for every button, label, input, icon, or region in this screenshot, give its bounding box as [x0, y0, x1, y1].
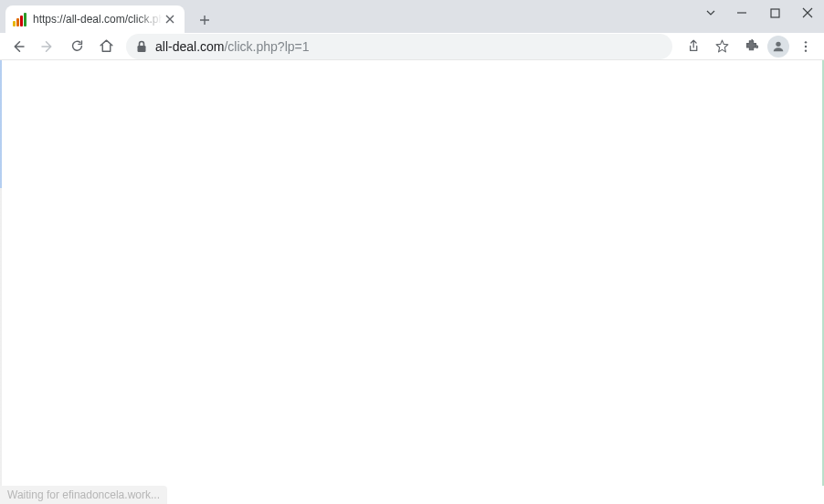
status-bar: Waiting for efinadoncela.work...: [0, 486, 167, 504]
home-button[interactable]: [93, 34, 119, 59]
menu-button[interactable]: [793, 34, 819, 59]
minimize-button[interactable]: [725, 0, 758, 26]
tab-close-button[interactable]: [163, 12, 177, 26]
svg-point-2: [776, 41, 780, 46]
share-button[interactable]: [680, 34, 705, 59]
svg-rect-1: [138, 46, 146, 52]
status-text: Waiting for efinadoncela.work...: [7, 488, 160, 501]
svg-point-5: [805, 49, 807, 51]
share-icon: [685, 38, 701, 54]
kebab-icon: [798, 39, 813, 54]
url-host: all-deal.com: [155, 39, 224, 54]
title-bar: https://all-deal.com/click.php?lp: [0, 0, 824, 33]
window-controls: [696, 0, 824, 26]
tab-title: https://all-deal.com/click.php?lp: [33, 13, 163, 26]
reload-button[interactable]: [64, 34, 90, 59]
url-path: /click.php?lp=1: [224, 39, 309, 54]
extensions-button[interactable]: [738, 34, 764, 59]
address-bar[interactable]: all-deal.com/click.php?lp=1: [126, 34, 672, 59]
left-window-edge: [0, 60, 2, 486]
svg-point-3: [805, 41, 807, 43]
reload-icon: [69, 38, 85, 54]
url-text: all-deal.com/click.php?lp=1: [155, 39, 663, 54]
arrow-right-icon: [39, 38, 56, 55]
plus-icon: [199, 15, 210, 26]
maximize-icon: [770, 8, 780, 18]
window-close-button[interactable]: [791, 0, 824, 26]
window-dropdown-button[interactable]: [696, 0, 725, 26]
new-tab-button[interactable]: [192, 7, 217, 33]
browser-tab[interactable]: https://all-deal.com/click.php?lp: [5, 5, 185, 33]
svg-rect-0: [771, 9, 779, 17]
puzzle-icon: [744, 38, 759, 54]
minimize-icon: [736, 7, 747, 18]
arrow-left-icon: [10, 38, 26, 55]
svg-point-4: [805, 45, 807, 47]
close-icon: [165, 15, 174, 24]
tabs-area: https://all-deal.com/click.php?lp: [0, 0, 696, 33]
close-icon: [802, 7, 813, 18]
back-button[interactable]: [5, 34, 31, 59]
profile-button[interactable]: [767, 36, 789, 58]
person-icon: [771, 39, 786, 54]
forward-button[interactable]: [35, 34, 60, 59]
lock-icon: [135, 40, 148, 53]
home-icon: [99, 38, 114, 54]
maximize-button[interactable]: [758, 0, 791, 26]
browser-toolbar: all-deal.com/click.php?lp=1: [0, 33, 824, 60]
chevron-down-icon: [705, 7, 716, 18]
bookmark-button[interactable]: [709, 34, 734, 59]
page-content: [0, 60, 824, 486]
favicon-bars-icon: [13, 12, 27, 26]
star-icon: [714, 38, 730, 54]
